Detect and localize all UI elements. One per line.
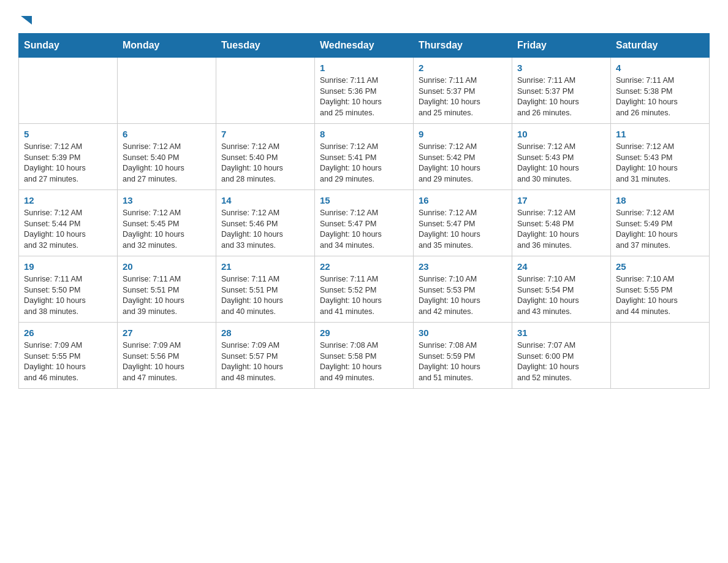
day-info: Sunrise: 7:10 AM Sunset: 5:54 PM Dayligh… (517, 274, 605, 317)
calendar-cell: 12Sunrise: 7:12 AM Sunset: 5:44 PM Dayli… (19, 190, 118, 256)
calendar-cell: 2Sunrise: 7:11 AM Sunset: 5:37 PM Daylig… (414, 58, 512, 124)
day-number: 9 (419, 129, 507, 139)
calendar-week-row: 5Sunrise: 7:12 AM Sunset: 5:39 PM Daylig… (19, 124, 710, 190)
logo (18, 12, 33, 27)
calendar-cell: 6Sunrise: 7:12 AM Sunset: 5:40 PM Daylig… (118, 124, 216, 190)
calendar-cell: 23Sunrise: 7:10 AM Sunset: 5:53 PM Dayli… (414, 256, 512, 323)
day-number: 18 (616, 195, 704, 205)
calendar-cell: 28Sunrise: 7:09 AM Sunset: 5:57 PM Dayli… (216, 323, 315, 389)
calendar-cell: 10Sunrise: 7:12 AM Sunset: 5:43 PM Dayli… (512, 124, 611, 190)
calendar-cell: 22Sunrise: 7:11 AM Sunset: 5:52 PM Dayli… (315, 256, 414, 323)
day-number: 31 (517, 327, 605, 338)
day-info: Sunrise: 7:12 AM Sunset: 5:44 PM Dayligh… (24, 208, 112, 251)
day-number: 22 (320, 261, 408, 272)
day-number: 5 (24, 129, 112, 139)
calendar-week-row: 1Sunrise: 7:11 AM Sunset: 5:36 PM Daylig… (19, 58, 710, 124)
day-info: Sunrise: 7:12 AM Sunset: 5:43 PM Dayligh… (517, 142, 605, 185)
day-info: Sunrise: 7:11 AM Sunset: 5:37 PM Dayligh… (419, 75, 507, 118)
day-number: 10 (517, 129, 605, 139)
day-info: Sunrise: 7:11 AM Sunset: 5:36 PM Dayligh… (320, 75, 408, 118)
calendar-cell: 24Sunrise: 7:10 AM Sunset: 5:54 PM Dayli… (512, 256, 611, 323)
day-info: Sunrise: 7:09 AM Sunset: 5:57 PM Dayligh… (221, 340, 309, 383)
calendar-cell: 21Sunrise: 7:11 AM Sunset: 5:51 PM Dayli… (216, 256, 315, 323)
calendar-cell: 4Sunrise: 7:11 AM Sunset: 5:38 PM Daylig… (611, 58, 710, 124)
day-number: 3 (517, 63, 605, 73)
calendar-cell (19, 58, 118, 124)
day-number: 30 (419, 327, 507, 338)
weekday-header-row: SundayMondayTuesdayWednesdayThursdayFrid… (19, 34, 710, 58)
day-number: 2 (419, 63, 507, 73)
day-number: 16 (419, 195, 507, 205)
day-info: Sunrise: 7:12 AM Sunset: 5:40 PM Dayligh… (123, 142, 211, 185)
calendar-cell (611, 323, 710, 389)
calendar-table: SundayMondayTuesdayWednesdayThursdayFrid… (18, 33, 710, 389)
day-info: Sunrise: 7:08 AM Sunset: 5:58 PM Dayligh… (320, 340, 408, 383)
day-number: 4 (616, 63, 704, 73)
weekday-header-monday: Monday (118, 34, 216, 58)
day-number: 17 (517, 195, 605, 205)
weekday-header-saturday: Saturday (611, 34, 710, 58)
day-number: 1 (320, 63, 408, 73)
day-number: 19 (24, 261, 112, 272)
calendar-cell: 19Sunrise: 7:11 AM Sunset: 5:50 PM Dayli… (19, 256, 118, 323)
day-number: 11 (616, 129, 704, 139)
day-info: Sunrise: 7:12 AM Sunset: 5:39 PM Dayligh… (24, 142, 112, 185)
day-info: Sunrise: 7:10 AM Sunset: 5:55 PM Dayligh… (616, 274, 704, 317)
day-info: Sunrise: 7:12 AM Sunset: 5:41 PM Dayligh… (320, 142, 408, 185)
day-number: 13 (123, 195, 211, 205)
day-info: Sunrise: 7:08 AM Sunset: 5:59 PM Dayligh… (419, 340, 507, 383)
day-info: Sunrise: 7:12 AM Sunset: 5:48 PM Dayligh… (517, 208, 605, 251)
day-info: Sunrise: 7:11 AM Sunset: 5:51 PM Dayligh… (123, 274, 211, 317)
calendar-cell: 16Sunrise: 7:12 AM Sunset: 5:47 PM Dayli… (414, 190, 512, 256)
calendar-cell: 14Sunrise: 7:12 AM Sunset: 5:46 PM Dayli… (216, 190, 315, 256)
weekday-header-friday: Friday (512, 34, 611, 58)
day-info: Sunrise: 7:09 AM Sunset: 5:55 PM Dayligh… (24, 340, 112, 383)
day-info: Sunrise: 7:11 AM Sunset: 5:37 PM Dayligh… (517, 75, 605, 118)
calendar-cell: 9Sunrise: 7:12 AM Sunset: 5:42 PM Daylig… (414, 124, 512, 190)
page-header (18, 12, 710, 27)
calendar-week-row: 26Sunrise: 7:09 AM Sunset: 5:55 PM Dayli… (19, 323, 710, 389)
calendar-cell: 27Sunrise: 7:09 AM Sunset: 5:56 PM Dayli… (118, 323, 216, 389)
day-number: 29 (320, 327, 408, 338)
weekday-header-sunday: Sunday (19, 34, 118, 58)
day-number: 14 (221, 195, 309, 205)
calendar-cell: 31Sunrise: 7:07 AM Sunset: 6:00 PM Dayli… (512, 323, 611, 389)
day-number: 7 (221, 129, 309, 139)
calendar-cell: 26Sunrise: 7:09 AM Sunset: 5:55 PM Dayli… (19, 323, 118, 389)
day-info: Sunrise: 7:12 AM Sunset: 5:40 PM Dayligh… (221, 142, 309, 185)
calendar-cell: 30Sunrise: 7:08 AM Sunset: 5:59 PM Dayli… (414, 323, 512, 389)
day-number: 6 (123, 129, 211, 139)
calendar-cell: 3Sunrise: 7:11 AM Sunset: 5:37 PM Daylig… (512, 58, 611, 124)
day-number: 20 (123, 261, 211, 272)
day-info: Sunrise: 7:12 AM Sunset: 5:45 PM Dayligh… (123, 208, 211, 251)
day-number: 23 (419, 261, 507, 272)
day-info: Sunrise: 7:12 AM Sunset: 5:47 PM Dayligh… (419, 208, 507, 251)
calendar-cell: 13Sunrise: 7:12 AM Sunset: 5:45 PM Dayli… (118, 190, 216, 256)
day-info: Sunrise: 7:07 AM Sunset: 6:00 PM Dayligh… (517, 340, 605, 383)
weekday-header-thursday: Thursday (414, 34, 512, 58)
calendar-cell: 25Sunrise: 7:10 AM Sunset: 5:55 PM Dayli… (611, 256, 710, 323)
calendar-cell: 7Sunrise: 7:12 AM Sunset: 5:40 PM Daylig… (216, 124, 315, 190)
day-number: 8 (320, 129, 408, 139)
weekday-header-tuesday: Tuesday (216, 34, 315, 58)
logo-triangle-icon (20, 13, 33, 27)
day-info: Sunrise: 7:11 AM Sunset: 5:38 PM Dayligh… (616, 75, 704, 118)
calendar-week-row: 19Sunrise: 7:11 AM Sunset: 5:50 PM Dayli… (19, 256, 710, 323)
calendar-cell: 29Sunrise: 7:08 AM Sunset: 5:58 PM Dayli… (315, 323, 414, 389)
day-info: Sunrise: 7:09 AM Sunset: 5:56 PM Dayligh… (123, 340, 211, 383)
day-number: 12 (24, 195, 112, 205)
calendar-cell: 8Sunrise: 7:12 AM Sunset: 5:41 PM Daylig… (315, 124, 414, 190)
day-number: 26 (24, 327, 112, 338)
day-info: Sunrise: 7:11 AM Sunset: 5:52 PM Dayligh… (320, 274, 408, 317)
day-number: 15 (320, 195, 408, 205)
day-number: 24 (517, 261, 605, 272)
calendar-cell (118, 58, 216, 124)
day-info: Sunrise: 7:11 AM Sunset: 5:50 PM Dayligh… (24, 274, 112, 317)
calendar-cell: 15Sunrise: 7:12 AM Sunset: 5:47 PM Dayli… (315, 190, 414, 256)
day-info: Sunrise: 7:10 AM Sunset: 5:53 PM Dayligh… (419, 274, 507, 317)
calendar-cell: 20Sunrise: 7:11 AM Sunset: 5:51 PM Dayli… (118, 256, 216, 323)
calendar-cell (216, 58, 315, 124)
day-info: Sunrise: 7:12 AM Sunset: 5:42 PM Dayligh… (419, 142, 507, 185)
calendar-cell: 17Sunrise: 7:12 AM Sunset: 5:48 PM Dayli… (512, 190, 611, 256)
calendar-body: 1Sunrise: 7:11 AM Sunset: 5:36 PM Daylig… (19, 58, 710, 389)
